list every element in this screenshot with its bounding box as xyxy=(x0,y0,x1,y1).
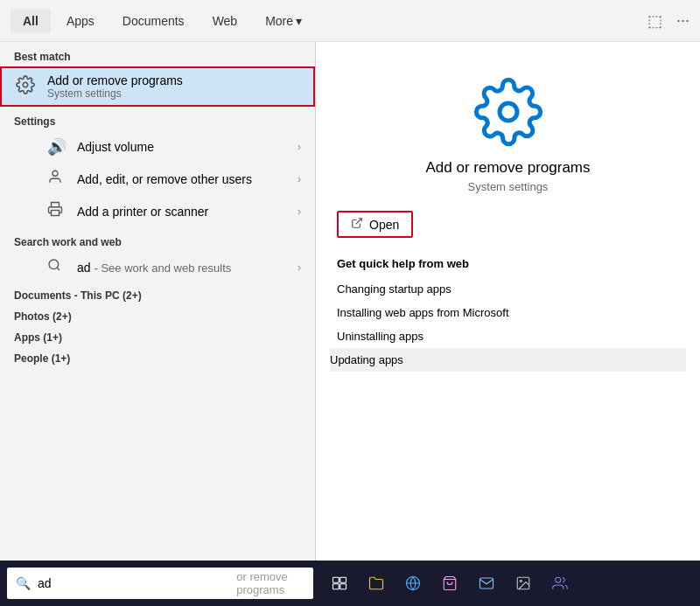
tab-apps[interactable]: Apps xyxy=(54,9,107,33)
svg-line-6 xyxy=(356,219,361,224)
svg-rect-7 xyxy=(333,577,340,582)
tab-web[interactable]: Web xyxy=(200,9,250,33)
open-button-label: Open xyxy=(369,218,399,232)
svg-rect-8 xyxy=(340,577,346,582)
svg-point-15 xyxy=(556,577,561,582)
tab-all[interactable]: All xyxy=(10,9,51,33)
main-content: Best match Add or remove programs System… xyxy=(0,42,700,561)
taskbar-search-icon: 🔍 xyxy=(16,576,31,590)
settings-item-volume[interactable]: 🔊 Adjust volume › xyxy=(0,131,315,163)
apps-category: Apps (1+) xyxy=(0,324,315,345)
best-match-label: Best match xyxy=(0,42,315,66)
help-link-2[interactable]: Installing web apps from Microsoft xyxy=(337,301,679,324)
settings-section-label: Settings xyxy=(0,107,315,131)
search-web-item[interactable]: ad - See work and web results › xyxy=(0,252,315,282)
store-button[interactable] xyxy=(434,568,466,599)
printer-item-label: Add a printer or scanner xyxy=(77,205,287,219)
help-link-4[interactable]: Updating apps xyxy=(330,348,686,372)
app-icon-container xyxy=(337,77,679,147)
open-button[interactable]: Open xyxy=(337,211,413,238)
users-icon xyxy=(47,169,66,189)
svg-point-1 xyxy=(52,171,58,176)
chevron-icon: › xyxy=(298,205,301,218)
search-query: ad xyxy=(77,261,91,275)
search-web-label: Search work and web xyxy=(0,227,315,252)
person-icon[interactable]: ⬚ xyxy=(648,11,662,31)
chevron-icon: › xyxy=(298,141,301,153)
taskbar-search-input[interactable] xyxy=(38,576,229,590)
svg-line-4 xyxy=(57,268,60,270)
svg-rect-2 xyxy=(52,211,60,216)
mail-button[interactable] xyxy=(471,568,502,599)
volume-item-label: Adjust volume xyxy=(77,140,287,154)
chevron-icon: › xyxy=(298,173,301,185)
settings-item-printer[interactable]: Add a printer or scanner › xyxy=(0,195,315,227)
users-item-label: Add, edit, or remove other users xyxy=(77,172,287,186)
svg-point-5 xyxy=(500,103,517,121)
task-view-button[interactable] xyxy=(324,568,355,599)
chevron-icon: › xyxy=(298,261,301,274)
svg-rect-10 xyxy=(340,584,346,589)
svg-rect-9 xyxy=(333,584,340,589)
search-icon xyxy=(47,258,66,276)
help-link-3[interactable]: Uninstalling apps xyxy=(337,324,679,348)
help-link-1[interactable]: Changing startup apps xyxy=(337,277,679,301)
svg-point-3 xyxy=(49,260,59,269)
best-match-title: Add or remove programs xyxy=(47,73,301,87)
volume-icon: 🔊 xyxy=(47,137,66,157)
documents-category: Documents - This PC (2+) xyxy=(0,282,315,303)
tab-documents[interactable]: Documents xyxy=(110,9,197,33)
open-app-icon xyxy=(351,217,363,232)
settings-item-users[interactable]: Add, edit, or remove other users › xyxy=(0,163,315,195)
best-match-subtitle: System settings xyxy=(47,87,301,100)
gear-icon xyxy=(14,75,37,99)
right-panel: Add or remove programs System settings O… xyxy=(316,42,700,561)
teams-button[interactable] xyxy=(544,568,576,599)
left-panel: Best match Add or remove programs System… xyxy=(0,42,315,561)
edge-browser-button[interactable] xyxy=(397,568,429,599)
svg-point-14 xyxy=(520,580,522,582)
nav-action-icons: ⬚ ··· xyxy=(648,11,690,31)
tab-more[interactable]: More ▾ xyxy=(253,9,314,33)
svg-point-0 xyxy=(23,82,28,87)
taskbar: 🔍 or remove programs xyxy=(0,561,700,606)
more-options-icon[interactable]: ··· xyxy=(676,11,690,30)
people-category: People (1+) xyxy=(0,345,315,366)
taskbar-search[interactable]: 🔍 or remove programs xyxy=(7,568,313,599)
open-button-container: Open xyxy=(337,211,679,238)
file-explorer-button[interactable] xyxy=(360,568,392,599)
photos-category: Photos (2+) xyxy=(0,303,315,324)
app-subtitle: System settings xyxy=(337,180,679,193)
search-web-subtitle: - See work and web results xyxy=(94,261,231,275)
search-suffix: or remove programs xyxy=(236,570,304,596)
nav-tabs: All Apps Documents Web More ▾ xyxy=(10,9,648,33)
best-match-item[interactable]: Add or remove programs System settings xyxy=(0,66,315,107)
photos-button[interactable] xyxy=(508,568,539,599)
taskbar-icons xyxy=(324,568,576,599)
quick-help-label: Get quick help from web xyxy=(337,257,679,270)
printer-icon xyxy=(47,201,66,221)
app-title: Add or remove programs xyxy=(337,159,679,177)
top-navigation: All Apps Documents Web More ▾ ⬚ ··· xyxy=(0,0,700,42)
app-gear-icon xyxy=(473,77,543,147)
chevron-down-icon: ▾ xyxy=(296,14,302,28)
